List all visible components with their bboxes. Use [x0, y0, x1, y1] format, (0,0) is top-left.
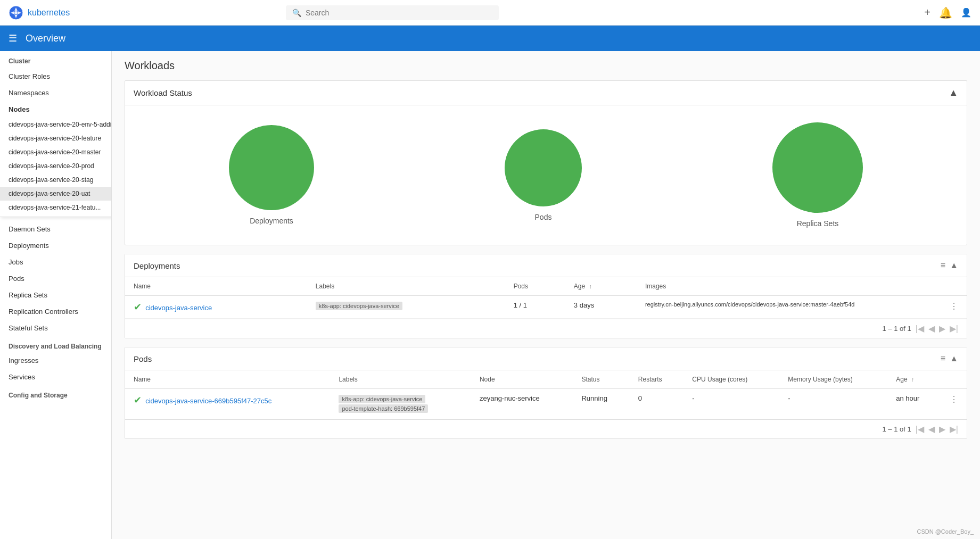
deployments-first-page[interactable]: |◀ — [916, 324, 924, 334]
pod-restarts-cell: 0 — [630, 389, 683, 419]
sidebar-node-3[interactable]: cidevops-java-service-20-master — [0, 145, 112, 159]
search-icon: 🔍 — [292, 9, 301, 17]
account-icon[interactable]: 👤 — [961, 7, 971, 18]
deployments-last-page[interactable]: ▶| — [950, 324, 958, 334]
pods-header: Pods ≡ ▲ — [125, 347, 967, 370]
pod-node-cell: zeyang-nuc-service — [471, 389, 573, 419]
sidebar-item-stateful-sets[interactable]: Stateful Sets — [0, 320, 111, 336]
pod-labels-cell: k8s-app: cidevops-java-service pod-templ… — [330, 389, 471, 419]
pod-pod-status-cell: Running — [573, 389, 629, 419]
sidebar-node-1[interactable]: cidevops-java-service-20-env-5-addiogi..… — [0, 118, 112, 131]
status-ok-icon: ✔ — [134, 302, 142, 312]
menu-icon[interactable]: ☰ — [9, 32, 17, 44]
col-name: Name — [125, 277, 307, 296]
pods-next-page[interactable]: ▶ — [939, 424, 945, 434]
svg-point-5 — [14, 11, 18, 14]
sidebar: Cluster Cluster Roles Namespaces Nodes c… — [0, 51, 112, 539]
deployments-circle-label: Deployments — [250, 217, 293, 225]
collapse-pods-button[interactable]: ▲ — [950, 354, 958, 363]
sidebar-item-replica-sets[interactable]: Replica Sets — [0, 287, 111, 303]
pods-col-memory: Memory Usage (bytes) — [779, 370, 887, 389]
table-row: ✔ cidevops-java-service-669b595f47-27c5c… — [125, 389, 967, 419]
pods-col-restarts: Restarts — [630, 370, 683, 389]
sidebar-node-5[interactable]: cidevops-java-service-20-stag — [0, 173, 112, 187]
pods-table: Name Labels Node Status Restarts CPU Usa… — [125, 370, 967, 419]
pod-name-link[interactable]: cidevops-java-service-669b595f47-27c5c — [145, 397, 271, 405]
sidebar-item-deployments[interactable]: Deployments — [0, 237, 111, 254]
sidebar-item-namespaces[interactable]: Namespaces — [0, 85, 112, 101]
deployments-pagination: 1 – 1 of 1 |◀ ◀ ▶ ▶| — [125, 319, 967, 338]
col-actions — [941, 277, 967, 296]
pods-circle-item: Pods — [505, 129, 582, 221]
deployments-prev-page[interactable]: ◀ — [928, 324, 935, 334]
pods-actions: ≡ ▲ — [941, 354, 958, 363]
pods-pagination-text: 1 – 1 of 1 — [882, 425, 911, 433]
node-dropdown-panel: Cluster Cluster Roles Namespaces Nodes c… — [0, 51, 112, 217]
deployments-card: Deployments ≡ ▲ Name Labels Pods Age ↑ I… — [125, 254, 967, 338]
pod-cpu-cell: - — [683, 389, 779, 419]
pods-circle — [505, 129, 582, 206]
deployment-image-cell: registry.cn-beijing.aliyuncs.com/cidevop… — [637, 296, 941, 319]
deployments-next-page[interactable]: ▶ — [939, 324, 945, 334]
pod-label-2: pod-template-hash: 669b595f47 — [339, 404, 428, 413]
topbar-actions: + 🔔 👤 — [924, 6, 971, 19]
pods-col-name: Name — [125, 370, 330, 389]
filter-icon[interactable]: ≡ — [941, 261, 945, 270]
sidebar-item-nodes[interactable]: Nodes — [0, 101, 112, 118]
add-icon[interactable]: + — [924, 6, 930, 19]
deployment-age-cell: 3 days — [565, 296, 637, 319]
main-content: Workloads Workload Status ▲ Deployments … — [112, 51, 980, 539]
replica-sets-circle-item: Replica Sets — [772, 122, 863, 228]
sidebar-item-jobs[interactable]: Jobs — [0, 254, 111, 270]
table-row: ✔ cidevops-java-service k8s-app: cidevop… — [125, 296, 967, 319]
collapse-workload-status-button[interactable]: ▲ — [949, 87, 958, 98]
deployment-status-cell: ✔ cidevops-java-service — [125, 296, 307, 319]
pods-prev-page[interactable]: ◀ — [928, 424, 935, 434]
pods-pagination: 1 – 1 of 1 |◀ ◀ ▶ ▶| — [125, 419, 967, 438]
pods-first-page[interactable]: |◀ — [916, 424, 924, 434]
sidebar-item-daemon-sets[interactable]: Daemon Sets — [0, 221, 111, 237]
col-age[interactable]: Age ↑ — [565, 277, 637, 296]
deployments-circle — [229, 125, 314, 210]
pod-row-menu[interactable]: ⋮ — [941, 389, 967, 419]
sidebar-node-4[interactable]: cidevops-java-service-20-prod — [0, 159, 112, 173]
pods-col-labels: Labels — [330, 370, 471, 389]
bell-icon[interactable]: 🔔 — [939, 6, 952, 19]
pods-last-page[interactable]: ▶| — [950, 424, 958, 434]
pods-circle-label: Pods — [535, 213, 552, 221]
header-bar: ☰ Overview — [0, 26, 980, 51]
deployment-pods-cell: 1 / 1 — [505, 296, 565, 319]
pods-col-node: Node — [471, 370, 573, 389]
col-pods: Pods — [505, 277, 565, 296]
watermark: CSDN @Coder_Boy_ — [917, 528, 974, 535]
pod-label-1: k8s-app: cidevops-java-service — [339, 395, 425, 403]
app-title: kubernetes — [28, 8, 70, 18]
pods-filter-icon[interactable]: ≡ — [941, 354, 945, 363]
workload-status-header: Workload Status ▲ — [125, 81, 967, 105]
sidebar-item-replication-controllers[interactable]: Replication Controllers — [0, 303, 111, 320]
search-input[interactable] — [306, 9, 492, 17]
replica-sets-circle — [772, 122, 863, 213]
deployments-table: Name Labels Pods Age ↑ Images ✔ c — [125, 277, 967, 319]
sidebar-item-ingresses[interactable]: Ingresses — [0, 352, 111, 369]
deployments-actions: ≡ ▲ — [941, 261, 958, 270]
kubernetes-logo-icon — [9, 5, 23, 20]
sidebar-item-cluster-roles[interactable]: Cluster Roles — [0, 68, 112, 85]
sidebar-node-7[interactable]: cidevops-java-service-21-featu... — [0, 201, 112, 214]
deployment-row-menu[interactable]: ⋮ — [941, 296, 967, 319]
header-title: Overview — [26, 33, 65, 44]
status-circles-container: Deployments Pods Replica Sets — [125, 105, 967, 245]
cluster-section-label: Cluster — [0, 51, 112, 68]
sidebar-node-6[interactable]: cidevops-java-service-20-uat — [0, 187, 112, 201]
sidebar-item-services[interactable]: Services — [0, 369, 111, 385]
collapse-deployments-button[interactable]: ▲ — [950, 261, 958, 270]
search-bar[interactable]: 🔍 — [286, 5, 499, 20]
deployment-name-link[interactable]: cidevops-java-service — [145, 304, 212, 312]
sidebar-node-2[interactable]: cidevops-java-service-20-feature — [0, 131, 112, 145]
col-images: Images — [637, 277, 941, 296]
pods-col-age[interactable]: Age ↑ — [887, 370, 941, 389]
sidebar-item-pods[interactable]: Pods — [0, 270, 111, 287]
main-layout: Cluster Cluster Roles Namespaces Nodes c… — [0, 51, 980, 539]
pods-col-actions — [941, 370, 967, 389]
deployment-labels-cell: k8s-app: cidevops-java-service — [307, 296, 505, 319]
